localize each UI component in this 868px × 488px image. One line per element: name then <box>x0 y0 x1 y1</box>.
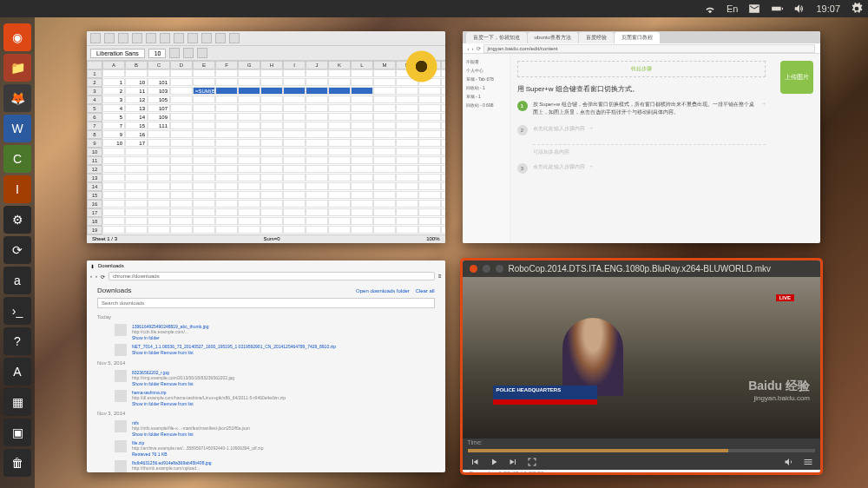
cell[interactable] <box>260 182 283 190</box>
cell[interactable] <box>441 165 445 173</box>
sidebar-item[interactable]: 草稿 - Tab 678 <box>466 75 506 83</box>
cell[interactable] <box>238 96 260 103</box>
col-header[interactable]: D <box>170 61 193 69</box>
launcher-dash[interactable]: ◉ <box>3 23 31 51</box>
cell[interactable] <box>306 139 328 147</box>
cell[interactable] <box>102 200 125 208</box>
cell[interactable] <box>193 69 215 77</box>
seek-bar[interactable] <box>468 449 816 452</box>
cell[interactable] <box>441 174 445 181</box>
sidebar-item[interactable]: 个人中心 <box>466 66 506 75</box>
cell[interactable] <box>125 217 148 225</box>
col-header[interactable]: J <box>306 61 328 69</box>
upload-logo[interactable]: 上传图片 <box>780 61 813 94</box>
cell[interactable] <box>328 87 351 95</box>
sidebar-item[interactable]: 回收站 - 1 <box>466 83 506 92</box>
browser-tab[interactable]: 页面窗口教程 <box>615 32 660 43</box>
cell[interactable] <box>306 226 328 234</box>
cell[interactable] <box>418 174 441 181</box>
cell[interactable] <box>170 182 193 190</box>
toolbar-undo-icon[interactable] <box>187 33 198 43</box>
cell[interactable] <box>441 104 445 112</box>
launcher-help[interactable]: ? <box>3 327 31 355</box>
cell[interactable] <box>306 69 328 77</box>
toolbar-new-icon[interactable] <box>90 33 101 43</box>
window-video-player[interactable]: RoboCop.2014.DTS.ITA.ENG.1080p.BluRay.x2… <box>463 260 821 472</box>
launcher-impress[interactable]: I <box>3 175 31 203</box>
cell[interactable]: 5 <box>102 113 125 121</box>
cell[interactable] <box>238 165 260 173</box>
row-header[interactable]: 5 <box>87 104 102 113</box>
cell[interactable] <box>193 226 215 234</box>
cell[interactable] <box>306 191 328 199</box>
sidebar-item[interactable]: 不能看 <box>466 57 506 66</box>
cell[interactable] <box>373 200 396 208</box>
launcher-settings[interactable]: ⚙ <box>3 206 31 234</box>
italic-icon[interactable] <box>183 48 194 58</box>
cell[interactable] <box>441 148 445 155</box>
wifi-indicator[interactable] <box>699 3 721 15</box>
clock[interactable]: 19:07 <box>811 3 845 14</box>
cell[interactable]: 4 <box>102 104 125 112</box>
download-actions[interactable]: Retrieved 76.1 KB <box>132 452 264 457</box>
download-filename[interactable]: NET_7014_1.1.06536_73_20140527_1600_1951… <box>132 344 336 349</box>
cell[interactable] <box>170 113 193 121</box>
toolbar-redo-icon[interactable] <box>201 33 212 43</box>
step-2-placeholder[interactable]: 点击此处输入步骤内容 <box>533 125 585 133</box>
cell[interactable]: 109 <box>148 113 170 121</box>
cell[interactable] <box>148 217 170 225</box>
cell[interactable] <box>238 148 260 155</box>
cell[interactable] <box>260 122 283 129</box>
cell[interactable] <box>441 87 445 95</box>
row-header[interactable]: 13 <box>87 174 102 182</box>
cell[interactable] <box>260 69 283 77</box>
cell[interactable] <box>306 87 328 95</box>
col-header[interactable]: C <box>148 61 170 69</box>
cell[interactable] <box>238 217 260 225</box>
toolbar-cut-icon[interactable] <box>146 33 156 43</box>
cell[interactable] <box>215 191 238 199</box>
cell[interactable] <box>215 165 238 173</box>
launcher-trash[interactable]: 🗑 <box>3 449 31 477</box>
toolbar-print-icon[interactable] <box>132 33 142 43</box>
row-header[interactable]: 17 <box>87 208 102 217</box>
cell[interactable] <box>170 174 193 181</box>
add-icon[interactable]: + <box>762 101 766 106</box>
cell[interactable] <box>260 104 283 112</box>
prev-icon[interactable] <box>470 457 480 469</box>
col-header[interactable]: I <box>283 61 306 69</box>
row-header[interactable]: 3 <box>87 87 102 96</box>
toolbar-save-icon[interactable] <box>118 33 128 43</box>
col-header[interactable]: F <box>215 61 238 69</box>
cell[interactable] <box>215 139 238 147</box>
cell[interactable] <box>102 226 125 234</box>
volume-indicator[interactable] <box>788 3 811 15</box>
cell[interactable] <box>418 130 441 138</box>
cell[interactable] <box>306 122 328 129</box>
cell[interactable] <box>148 226 170 234</box>
cell[interactable] <box>238 208 260 216</box>
cell[interactable] <box>148 139 170 147</box>
cell[interactable] <box>396 156 418 164</box>
cell[interactable] <box>193 182 215 190</box>
launcher-writer[interactable]: W <box>3 115 31 142</box>
add-icon[interactable]: + <box>590 163 594 168</box>
cell[interactable] <box>418 139 441 147</box>
launcher-terminal[interactable]: ›_ <box>3 297 31 325</box>
cell[interactable] <box>396 87 418 95</box>
cell[interactable] <box>283 96 306 103</box>
cell[interactable] <box>238 69 260 77</box>
launcher-files[interactable]: 📁 <box>3 54 31 82</box>
cell[interactable] <box>102 174 125 181</box>
cell[interactable] <box>260 200 283 208</box>
sidebar-item[interactable]: 回收站 - 0 698 <box>466 101 506 109</box>
maximize-icon[interactable] <box>496 265 503 273</box>
cell[interactable] <box>238 191 260 199</box>
cell[interactable] <box>441 217 445 225</box>
cell[interactable] <box>215 200 238 208</box>
cell[interactable] <box>215 96 238 103</box>
cell[interactable] <box>351 139 373 147</box>
cell[interactable]: =SUM(B2:B9)+SUM(C2:C9)+SUM(D2:D9) <box>193 87 215 95</box>
launcher-amazon[interactable]: a <box>3 267 31 294</box>
download-actions[interactable]: Show in folder Remove from list <box>132 401 286 406</box>
